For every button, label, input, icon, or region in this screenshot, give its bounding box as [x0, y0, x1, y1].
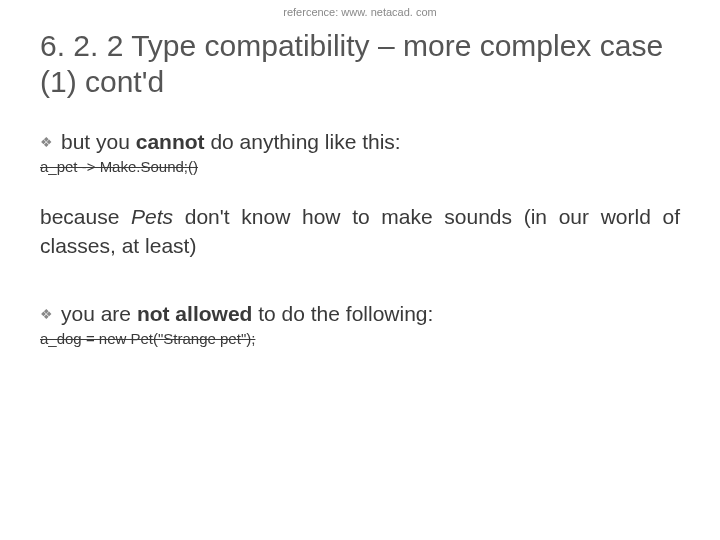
diamond-icon: ❖ — [40, 134, 53, 150]
reference-text: refercence: www. netacad. com — [40, 0, 680, 18]
bullet-1-pre: but you — [61, 130, 136, 153]
bullet-2-bold: not allowed — [137, 302, 253, 325]
para-italic: Pets — [131, 205, 173, 228]
diamond-icon: ❖ — [40, 306, 53, 322]
paragraph-1: because Pets don't know how to make soun… — [40, 203, 680, 260]
bullet-1-text: but you cannot do anything like this: — [61, 128, 401, 156]
slide: refercence: www. netacad. com 6. 2. 2 Ty… — [0, 0, 720, 540]
code-line-1: a_pet -> Make.Sound;() — [40, 158, 680, 175]
bullet-1: ❖ but you cannot do anything like this: — [40, 128, 680, 156]
bullet-2-pre: you are — [61, 302, 137, 325]
bullet-2-post: to do the following: — [252, 302, 433, 325]
slide-title: 6. 2. 2 Type compatibility – more comple… — [40, 28, 680, 100]
code-line-2: a_dog = new Pet("Strange pet"); — [40, 330, 680, 347]
para-pre: because — [40, 205, 131, 228]
bullet-1-bold: cannot — [136, 130, 205, 153]
bullet-1-post: do anything like this: — [205, 130, 401, 153]
bullet-2: ❖ you are not allowed to do the followin… — [40, 300, 680, 328]
bullet-2-text: you are not allowed to do the following: — [61, 300, 433, 328]
